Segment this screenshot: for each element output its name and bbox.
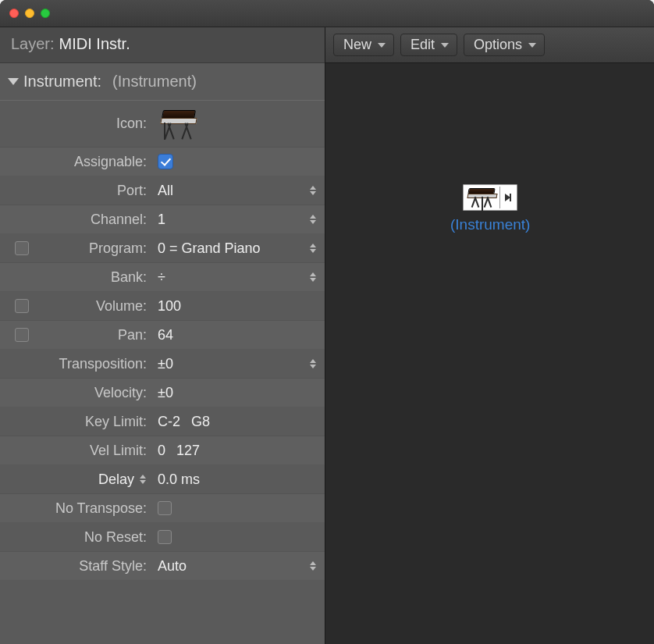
noreset-checkbox[interactable] bbox=[158, 530, 172, 544]
vellimit-low[interactable]: 0 bbox=[158, 443, 165, 459]
staffstyle-value[interactable]: Auto bbox=[158, 558, 187, 575]
instrument-object[interactable]: (Instrument) bbox=[450, 184, 530, 233]
row-pan: Pan: 64 bbox=[0, 321, 325, 350]
program-value[interactable]: 0 = Grand Piano bbox=[158, 240, 261, 257]
environment-canvas[interactable]: (Instrument) bbox=[325, 63, 654, 644]
program-enable-checkbox[interactable] bbox=[15, 241, 29, 255]
chevron-down-icon bbox=[378, 43, 386, 48]
stepper-icon[interactable] bbox=[309, 271, 317, 283]
stepper-icon[interactable] bbox=[309, 560, 317, 572]
icon-label: Icon: bbox=[44, 116, 150, 132]
section-label: Instrument: bbox=[23, 73, 101, 91]
row-delay: Delay 0.0 ms bbox=[0, 465, 325, 494]
chevron-down-icon bbox=[528, 43, 536, 48]
new-menu-button[interactable]: New bbox=[333, 34, 394, 56]
synth-icon bbox=[465, 187, 499, 208]
notranspose-checkbox[interactable] bbox=[158, 501, 172, 515]
assignable-checkbox[interactable] bbox=[158, 154, 173, 169]
keylimit-low[interactable]: C-2 bbox=[158, 414, 180, 430]
assignable-label: Assignable: bbox=[44, 154, 150, 170]
environment-canvas-panel: New Edit Options bbox=[325, 27, 654, 644]
disclosure-triangle-icon[interactable] bbox=[8, 78, 19, 85]
row-velocity: Velocity: ±0 bbox=[0, 379, 325, 407]
chevron-down-icon bbox=[441, 43, 449, 48]
row-icon: Icon: bbox=[0, 101, 325, 148]
options-label: Options bbox=[474, 37, 522, 53]
window-titlebar[interactable] bbox=[0, 0, 654, 27]
channel-value[interactable]: 1 bbox=[158, 212, 165, 228]
stepper-icon[interactable] bbox=[309, 242, 317, 254]
row-staffstyle: Staff Style: Auto bbox=[0, 552, 325, 581]
transposition-value[interactable]: ±0 bbox=[158, 356, 173, 372]
row-volume: Volume: 100 bbox=[0, 292, 325, 321]
noreset-label: No Reset: bbox=[0, 529, 150, 546]
vellimit-high[interactable]: 127 bbox=[176, 443, 200, 459]
pan-value[interactable]: 64 bbox=[158, 327, 173, 343]
layer-value: MIDI Instr. bbox=[59, 35, 130, 53]
row-transposition: Transposition: ±0 bbox=[0, 350, 325, 379]
canvas-toolbar: New Edit Options bbox=[325, 27, 654, 63]
row-vellimit: Vel Limit: 0 127 bbox=[0, 436, 325, 465]
velocity-label: Velocity: bbox=[0, 385, 150, 401]
row-port: Port: All bbox=[0, 176, 325, 205]
output-triangle-icon[interactable] bbox=[499, 187, 515, 208]
volume-label: Volume: bbox=[44, 298, 150, 315]
edit-label: Edit bbox=[411, 37, 435, 53]
program-label: Program: bbox=[44, 240, 150, 257]
delay-label[interactable]: Delay bbox=[98, 471, 134, 488]
notranspose-label: No Transpose: bbox=[0, 500, 150, 517]
pan-label: Pan: bbox=[44, 327, 150, 343]
instrument-object-label[interactable]: (Instrument) bbox=[450, 216, 530, 233]
row-assignable: Assignable: bbox=[0, 148, 325, 176]
staffstyle-label: Staff Style: bbox=[0, 558, 150, 575]
stepper-icon[interactable] bbox=[309, 184, 317, 197]
delay-value[interactable]: 0.0 ms bbox=[158, 471, 200, 488]
keylimit-high[interactable]: G8 bbox=[191, 414, 210, 430]
channel-label: Channel: bbox=[44, 212, 150, 228]
close-window-button[interactable] bbox=[9, 9, 19, 18]
instrument-section-header[interactable]: Instrument: (Instrument) bbox=[0, 63, 325, 101]
bank-value[interactable]: ÷ bbox=[158, 269, 165, 286]
volume-enable-checkbox[interactable] bbox=[15, 299, 29, 313]
transposition-label: Transposition: bbox=[0, 356, 150, 372]
volume-value[interactable]: 100 bbox=[158, 298, 181, 315]
stepper-icon[interactable] bbox=[309, 213, 317, 226]
edit-menu-button[interactable]: Edit bbox=[400, 34, 457, 56]
stepper-icon[interactable] bbox=[309, 358, 317, 370]
instrument-icon[interactable] bbox=[158, 107, 198, 141]
layer-header[interactable]: Layer: MIDI Instr. bbox=[0, 27, 325, 63]
inspector-panel: Layer: MIDI Instr. Instrument: (Instrume… bbox=[0, 27, 325, 644]
minimize-window-button[interactable] bbox=[25, 9, 34, 18]
stepper-icon[interactable] bbox=[139, 473, 147, 486]
pan-enable-checkbox[interactable] bbox=[15, 328, 29, 342]
layer-label: Layer: bbox=[11, 35, 55, 53]
zoom-window-button[interactable] bbox=[41, 9, 50, 18]
new-label: New bbox=[343, 37, 371, 53]
row-bank: Bank: ÷ bbox=[0, 263, 325, 292]
port-value[interactable]: All bbox=[158, 183, 173, 199]
options-menu-button[interactable]: Options bbox=[464, 34, 545, 56]
instrument-object-icon[interactable] bbox=[463, 184, 517, 211]
traffic-lights bbox=[9, 9, 50, 18]
velocity-value[interactable]: ±0 bbox=[158, 385, 173, 401]
row-program: Program: 0 = Grand Piano bbox=[0, 234, 325, 263]
environment-window: Layer: MIDI Instr. Instrument: (Instrume… bbox=[0, 0, 654, 644]
vellimit-label: Vel Limit: bbox=[0, 443, 150, 459]
row-keylimit: Key Limit: C-2 G8 bbox=[0, 407, 325, 436]
section-value: (Instrument) bbox=[112, 73, 197, 91]
row-noreset: No Reset: bbox=[0, 523, 325, 552]
bank-label: Bank: bbox=[44, 269, 150, 286]
row-notranspose: No Transpose: bbox=[0, 494, 325, 523]
port-label: Port: bbox=[44, 183, 150, 199]
row-channel: Channel: 1 bbox=[0, 205, 325, 234]
keylimit-label: Key Limit: bbox=[0, 414, 150, 430]
